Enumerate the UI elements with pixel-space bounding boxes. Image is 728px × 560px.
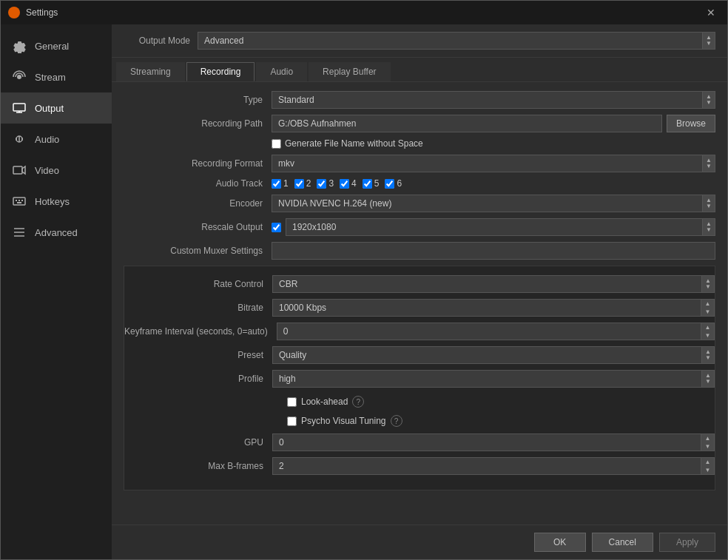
tab-streaming[interactable]: Streaming xyxy=(116,62,185,81)
output-mode-select[interactable]: Advanced Simple xyxy=(198,32,715,50)
max-bframes-up[interactable]: ▲ xyxy=(701,458,714,466)
gear-icon xyxy=(11,38,27,54)
bitrate-down[interactable]: ▼ xyxy=(701,308,714,316)
gpu-arrows: ▲ ▼ xyxy=(701,434,715,451)
output-mode-label: Output Mode xyxy=(124,36,190,46)
look-ahead-checkbox[interactable] xyxy=(287,397,297,407)
recording-format-select[interactable]: mkv mp4 flv mov ts xyxy=(272,155,715,172)
sidebar-label-output: Output xyxy=(35,103,64,114)
generate-filename-label[interactable]: Generate File Name without Space xyxy=(272,138,423,149)
rescale-resolution-select[interactable]: 1920x1080 1280x720 xyxy=(286,218,715,236)
bitrate-input[interactable] xyxy=(272,299,701,317)
preset-select[interactable]: Quality Default HP HQ xyxy=(272,346,715,364)
generate-filename-control: Generate File Name without Space xyxy=(272,138,715,149)
max-bframes-input[interactable] xyxy=(272,457,701,475)
type-control: Standard FFmpeg output ▲▼ xyxy=(272,91,715,109)
sidebar-item-stream[interactable]: Stream xyxy=(1,61,112,92)
profile-select[interactable]: high main baseline xyxy=(272,370,715,388)
sidebar: General Stream xyxy=(1,24,112,559)
encoder-select-wrapper: NVIDIA NVENC H.264 (new) x264 ▲▼ xyxy=(272,195,715,212)
track-5[interactable]: 5 xyxy=(363,178,380,189)
generate-filename-row: Generate File Name without Space xyxy=(124,138,715,149)
gpu-down[interactable]: ▼ xyxy=(701,442,714,451)
tab-recording[interactable]: Recording xyxy=(186,62,255,81)
gpu-label: GPU xyxy=(124,437,272,448)
sidebar-item-output[interactable]: Output xyxy=(1,92,112,124)
sidebar-item-advanced[interactable]: Advanced xyxy=(1,217,112,248)
sidebar-label-advanced: Advanced xyxy=(35,227,78,238)
main-content: General Stream xyxy=(1,24,727,559)
audio-tracks: 1 2 3 4 5 6 xyxy=(272,178,402,189)
track-1[interactable]: 1 xyxy=(272,178,289,189)
max-bframes-down[interactable]: ▼ xyxy=(701,466,714,474)
look-ahead-row: Look-ahead ? xyxy=(124,394,715,410)
sidebar-item-hotkeys[interactable]: Hotkeys xyxy=(1,186,112,217)
window-title: Settings xyxy=(26,7,58,18)
apply-button[interactable]: Apply xyxy=(659,533,715,552)
recording-path-input[interactable] xyxy=(272,115,662,132)
ok-button[interactable]: OK xyxy=(534,533,586,552)
browse-button[interactable]: Browse xyxy=(667,115,715,132)
hotkeys-icon xyxy=(11,193,27,209)
advanced-icon xyxy=(11,224,27,240)
sidebar-item-audio[interactable]: Audio xyxy=(1,124,112,155)
encoder-select[interactable]: NVIDIA NVENC H.264 (new) x264 xyxy=(272,195,715,212)
gpu-input[interactable] xyxy=(272,434,701,451)
sidebar-item-video[interactable]: Video xyxy=(1,155,112,186)
track-2[interactable]: 2 xyxy=(294,178,311,189)
sidebar-label-video: Video xyxy=(35,165,59,176)
settings-window: Settings ✕ General xyxy=(0,0,728,560)
sidebar-item-general[interactable]: General xyxy=(1,30,112,61)
keyframe-up[interactable]: ▲ xyxy=(701,323,714,331)
recording-path-control: Browse xyxy=(272,115,715,132)
max-bframes-row: Max B-frames ▲ ▼ xyxy=(124,457,715,475)
preset-row: Preset Quality Default HP HQ ▲▼ xyxy=(124,346,715,364)
psycho-visual-checkbox[interactable] xyxy=(287,416,297,426)
psycho-visual-row: Psycho Visual Tuning ? xyxy=(124,413,715,429)
generate-filename-text: Generate File Name without Space xyxy=(285,138,423,149)
type-select[interactable]: Standard FFmpeg output xyxy=(272,91,715,109)
recording-format-row: Recording Format mkv mp4 flv mov ts ▲▼ xyxy=(124,155,715,172)
cancel-button[interactable]: Cancel xyxy=(592,533,653,552)
preset-control: Quality Default HP HQ ▲▼ xyxy=(272,346,715,364)
psycho-visual-label: Psycho Visual Tuning xyxy=(301,416,386,426)
audio-track-label: Audio Track xyxy=(124,178,272,189)
sidebar-label-audio: Audio xyxy=(35,134,59,145)
profile-label: Profile xyxy=(124,374,272,384)
gpu-up[interactable]: ▲ xyxy=(701,434,714,442)
bottom-bar: OK Cancel Apply xyxy=(112,524,727,559)
encoder-settings-box: Rate Control CBR VBR CQP ▲▼ xyxy=(124,266,715,490)
encoder-label: Encoder xyxy=(124,198,272,209)
svg-rect-6 xyxy=(18,200,20,201)
keyframe-down[interactable]: ▼ xyxy=(701,331,714,340)
keyframe-input[interactable] xyxy=(277,323,701,340)
sidebar-label-general: General xyxy=(35,41,69,52)
app-icon xyxy=(8,7,20,18)
svg-rect-3 xyxy=(13,166,22,174)
sidebar-label-hotkeys: Hotkeys xyxy=(35,196,70,207)
close-button[interactable]: ✕ xyxy=(702,5,720,20)
bitrate-arrows: ▲ ▼ xyxy=(701,299,715,317)
tab-audio[interactable]: Audio xyxy=(256,62,307,81)
rescale-output-row: Rescale Output 1920x1080 1280x720 ▲▼ xyxy=(124,218,715,236)
rescale-output-checkbox[interactable] xyxy=(272,223,281,232)
recording-path-row: Recording Path Browse xyxy=(124,115,715,132)
sidebar-label-stream: Stream xyxy=(35,72,66,83)
track-4[interactable]: 4 xyxy=(340,178,357,189)
track-3[interactable]: 3 xyxy=(317,178,334,189)
bitrate-up[interactable]: ▲ xyxy=(701,300,714,308)
psycho-visual-help-icon[interactable]: ? xyxy=(391,415,402,427)
rescale-resolution-wrapper: 1920x1080 1280x720 ▲▼ xyxy=(286,218,715,236)
audio-icon xyxy=(11,131,27,147)
track-6[interactable]: 6 xyxy=(385,178,402,189)
bitrate-spinbox: ▲ ▼ xyxy=(272,299,715,317)
rate-control-select[interactable]: CBR VBR CQP xyxy=(272,275,715,293)
look-ahead-label: Look-ahead xyxy=(301,397,348,407)
custom-muxer-input[interactable] xyxy=(272,242,715,260)
look-ahead-help-icon[interactable]: ? xyxy=(352,396,364,408)
tab-replay-buffer[interactable]: Replay Buffer xyxy=(309,62,391,81)
recording-path-label: Recording Path xyxy=(124,118,272,129)
generate-filename-checkbox[interactable] xyxy=(272,139,281,149)
type-select-wrapper: Standard FFmpeg output ▲▼ xyxy=(272,91,715,109)
custom-muxer-label: Custom Muxer Settings xyxy=(124,246,272,256)
